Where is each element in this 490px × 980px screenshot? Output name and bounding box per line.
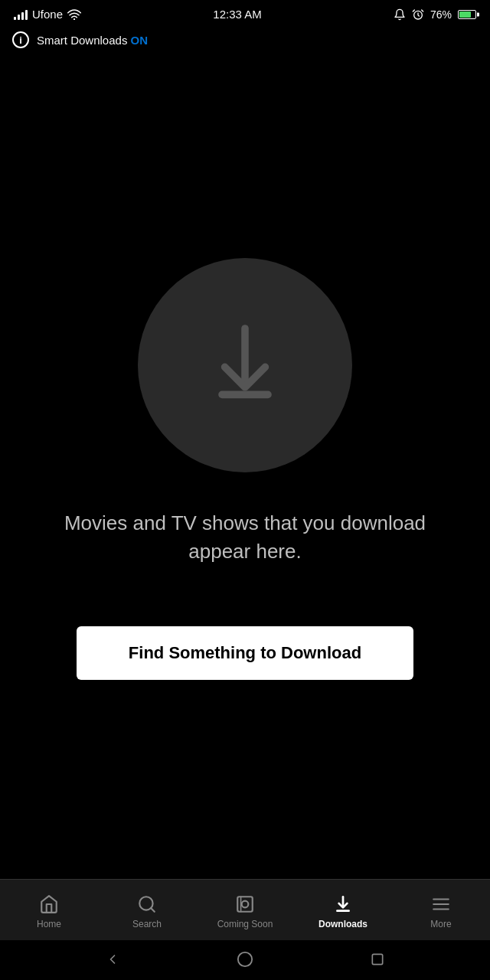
signal-bar-2 — [18, 15, 20, 20]
main-content: Movies and TV shows that you download ap… — [0, 59, 490, 879]
battery-fill — [459, 11, 471, 18]
signal-bar-3 — [21, 12, 24, 20]
time-display: 12:33 AM — [213, 8, 261, 21]
back-triangle-icon — [105, 952, 120, 967]
downloads-label: Downloads — [318, 919, 368, 929]
nav-item-search[interactable]: Search — [98, 890, 196, 933]
home-circle-icon — [237, 951, 253, 968]
more-icon — [430, 893, 452, 915]
smart-downloads-bar[interactable]: i Smart Downloads ON — [0, 25, 490, 59]
download-arrow-icon — [199, 319, 291, 411]
signal-bar-1 — [14, 17, 16, 20]
search-icon — [136, 893, 158, 915]
nav-item-downloads[interactable]: Downloads — [294, 890, 392, 933]
nav-item-home[interactable]: Home — [0, 890, 98, 933]
nav-item-coming-soon[interactable]: Coming Soon — [196, 890, 294, 933]
info-icon: i — [12, 31, 29, 48]
nav-item-more[interactable]: More — [392, 890, 490, 933]
home-label: Home — [37, 919, 61, 929]
android-home-button[interactable] — [235, 949, 255, 969]
carrier-name: Ufone — [32, 8, 63, 21]
coming-soon-label: Coming Soon — [217, 919, 273, 929]
svg-point-7 — [242, 901, 249, 908]
more-label: More — [430, 919, 451, 929]
svg-point-0 — [74, 18, 75, 19]
smart-downloads-label: Smart Downloads ON — [37, 34, 148, 47]
svg-rect-15 — [373, 954, 383, 964]
svg-line-5 — [151, 908, 155, 912]
notification-icon — [394, 8, 406, 21]
android-recent-button[interactable] — [368, 949, 387, 969]
empty-state-message: Movies and TV shows that you download ap… — [61, 509, 429, 565]
status-right: 76% — [394, 8, 476, 21]
home-icon — [38, 893, 60, 915]
status-left: Ufone — [14, 8, 81, 21]
android-back-button[interactable] — [103, 949, 122, 969]
battery-indicator — [458, 10, 476, 19]
recent-square-icon — [370, 952, 385, 967]
status-bar: Ufone 12:33 AM 76% — [0, 0, 490, 25]
svg-rect-6 — [237, 897, 253, 912]
signal-bars — [14, 9, 28, 20]
battery-icon — [458, 10, 476, 19]
downloads-icon — [332, 893, 354, 915]
svg-point-14 — [238, 952, 252, 966]
battery-percentage: 76% — [430, 8, 452, 21]
smart-downloads-status: ON — [131, 34, 149, 47]
search-label: Search — [132, 919, 162, 929]
alarm-icon — [412, 8, 424, 21]
signal-bar-4 — [25, 10, 28, 20]
bottom-nav: Home Search Coming Soon — [0, 879, 490, 940]
android-nav-bar — [0, 940, 490, 980]
find-something-button[interactable]: Find Something to Download — [77, 626, 413, 680]
wifi-icon — [67, 9, 81, 20]
download-circle-icon — [138, 258, 352, 472]
coming-soon-icon — [234, 893, 256, 915]
